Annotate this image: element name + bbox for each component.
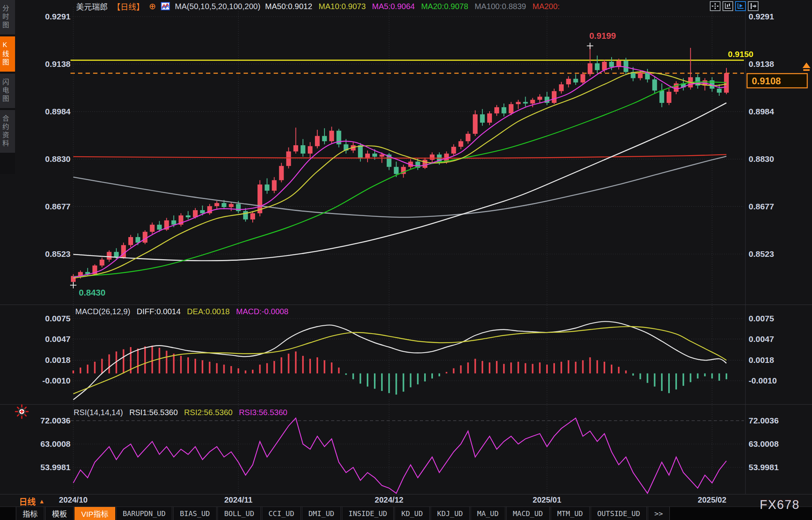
price-tick-left: 0.8830 bbox=[45, 154, 71, 163]
tab-BARUPDN_UD[interactable]: BARUPDN_UD bbox=[116, 507, 172, 520]
price-tick-right: 63.0008 bbox=[749, 439, 779, 448]
bottom-tab-bar: 指标模板VIP指标BARUPDN_UDBIAS_UDBOLL_UDCCI_UDD… bbox=[0, 507, 812, 520]
sidebar-item-合约资料[interactable]: 合约资料 bbox=[0, 110, 15, 153]
price-tick-right: 0.8523 bbox=[749, 249, 774, 258]
tab-INSIDE_UD[interactable]: INSIDE_UD bbox=[342, 507, 394, 520]
tab-BIAS_UD[interactable]: BIAS_UD bbox=[173, 507, 217, 520]
ma-line-MA200 bbox=[73, 154, 726, 158]
price-tick-left: 0.8984 bbox=[45, 107, 71, 116]
tab-VIP指标[interactable]: VIP指标 bbox=[74, 507, 115, 520]
price-tick-left: 0.0075 bbox=[45, 314, 71, 323]
ma-line-MA20 bbox=[73, 82, 726, 277]
ma-value: MA20:0.9078 bbox=[421, 2, 468, 11]
price-tick-right: 0.9291 bbox=[749, 12, 774, 21]
rsi-header: RSI(14,14,14) RSI1:56.5360RSI2:56.5360RS… bbox=[74, 408, 288, 417]
price-tick-left: 0.0047 bbox=[45, 334, 71, 344]
tab-MTM_UD[interactable]: MTM_UD bbox=[551, 507, 590, 520]
price-tick-right: 0.8984 bbox=[749, 107, 774, 116]
tab-KD_UD[interactable]: KD_UD bbox=[395, 507, 429, 520]
period-tag: 【日线】 bbox=[112, 1, 144, 12]
macd-value: DIFF:0.0014 bbox=[137, 307, 181, 316]
macd-header: MACD(26,12,9) DIFF:0.0014DEA:0.0018MACD:… bbox=[75, 307, 288, 316]
price-tick-left: 53.9981 bbox=[40, 463, 71, 472]
tab-MA_UD[interactable]: MA_UD bbox=[471, 507, 505, 520]
chart-toolbar bbox=[710, 1, 759, 11]
tab-指标[interactable]: 指标 bbox=[16, 507, 44, 520]
axis-play-icon[interactable] bbox=[735, 1, 746, 11]
price-tick-left: 0.0018 bbox=[45, 355, 71, 364]
tab-OUTSIDE_UD[interactable]: OUTSIDE_UD bbox=[591, 507, 647, 520]
rsi-value: RSI1:56.5360 bbox=[130, 408, 178, 417]
price-tick-left: 0.9138 bbox=[45, 59, 71, 68]
annotation-0.9199: 0.9199 bbox=[587, 31, 616, 49]
tab-CCI_UD[interactable]: CCI_UD bbox=[262, 507, 301, 520]
price-tick-left: 0.8523 bbox=[45, 249, 71, 258]
date-label-2025/01: 2025/01 bbox=[533, 495, 561, 505]
period-selector[interactable]: 日线 ▲ bbox=[19, 495, 45, 507]
chart-application: 0.92910.92910.91380.91380.89840.89840.88… bbox=[0, 0, 812, 520]
ma-lines bbox=[73, 66, 726, 278]
macd-histogram bbox=[72, 345, 727, 395]
macd-title: MACD(26,12,9) bbox=[75, 307, 130, 316]
ma-value: MA50:0.9012 bbox=[265, 2, 312, 11]
tab-DMI_UD[interactable]: DMI_UD bbox=[302, 507, 341, 520]
date-label-2025/02: 2025/02 bbox=[698, 495, 726, 505]
tab-模板[interactable]: 模板 bbox=[45, 507, 74, 520]
ma-value: MA10:0.9073 bbox=[318, 2, 366, 11]
macd-value: DEA:0.0018 bbox=[187, 307, 230, 316]
ma-value: MA200: bbox=[532, 2, 560, 11]
pane-shift-icon[interactable] bbox=[748, 1, 759, 11]
rsi-line bbox=[73, 418, 726, 493]
svg-text:0.9199: 0.9199 bbox=[589, 31, 616, 41]
tab-KDJ_UD[interactable]: KDJ_UD bbox=[431, 507, 470, 520]
annotation-0.8430: 0.8430 bbox=[70, 282, 105, 298]
price-tick-left: 0.8677 bbox=[45, 202, 71, 211]
tab->>[interactable]: >> bbox=[648, 507, 670, 520]
horizontal-gridlines bbox=[71, 17, 744, 467]
crosshair-icon[interactable] bbox=[710, 1, 721, 11]
ma-values: MA50:0.9012MA10:0.9073MA5:0.9064MA20:0.9… bbox=[265, 2, 560, 11]
rsi-value: RSI3:56.5360 bbox=[239, 408, 287, 417]
date-label-2024/10: 2024/10 bbox=[59, 495, 88, 505]
date-label-2024/12: 2024/12 bbox=[375, 495, 403, 505]
price-tick-right: 53.9981 bbox=[749, 463, 779, 472]
tab-MACD_UD[interactable]: MACD_UD bbox=[506, 507, 550, 520]
candlestick-series bbox=[71, 45, 729, 283]
price-tick-right: -0.0010 bbox=[749, 376, 777, 385]
level-label: 0.9150 bbox=[728, 49, 753, 59]
ma-value: MA5:0.9064 bbox=[372, 2, 415, 11]
price-tick-right: 0.8677 bbox=[749, 202, 774, 211]
price-tick-left: -0.0010 bbox=[42, 376, 71, 385]
date-label-2024/11: 2024/11 bbox=[224, 495, 252, 505]
circle-plus-icon[interactable]: ⊕ bbox=[149, 2, 156, 11]
svg-text:0.9108: 0.9108 bbox=[752, 76, 781, 86]
tab-BOLL_UD[interactable]: BOLL_UD bbox=[217, 507, 261, 520]
price-tick-left: 72.0036 bbox=[40, 416, 71, 425]
symbol-name: 美元瑞郎 bbox=[76, 1, 108, 12]
mini-chart-icon bbox=[161, 2, 170, 11]
axis-candle-icon[interactable] bbox=[722, 1, 733, 11]
sidebar-item-闪电图[interactable]: 闪电图 bbox=[0, 74, 15, 108]
ma-line-MA100 bbox=[73, 156, 726, 217]
price-tick-left: 63.0008 bbox=[40, 439, 71, 448]
ma-value: MA100:0.8839 bbox=[475, 2, 526, 11]
chart-header: 美元瑞郎 【日线】 ⊕ MA(50,10,5,20,100,200) MA50:… bbox=[76, 1, 560, 11]
red-dot-icon[interactable] bbox=[14, 404, 29, 421]
chart-canvas[interactable]: 0.92910.92910.91380.91380.89840.89840.88… bbox=[0, 0, 812, 520]
sidebar-item-分时图[interactable]: 分时图 bbox=[0, 0, 15, 34]
macd-value: MACD:-0.0008 bbox=[236, 307, 288, 316]
price-tick-right: 72.0036 bbox=[749, 416, 779, 425]
price-tick-right: 0.9138 bbox=[749, 59, 774, 68]
ma-group-label: MA(50,10,5,20,100,200) bbox=[175, 2, 261, 11]
period-label: 日线 bbox=[19, 495, 36, 507]
price-tick-right: 0.0018 bbox=[749, 355, 774, 364]
svg-text:0.8430: 0.8430 bbox=[79, 288, 105, 298]
price-tick-right: 0.8830 bbox=[749, 154, 774, 163]
price-tick-right: 0.0075 bbox=[749, 314, 774, 323]
price-tick-right: 0.0047 bbox=[749, 334, 774, 344]
macd-line-DIFF bbox=[73, 321, 726, 400]
rsi-title: RSI(14,14,14) bbox=[74, 408, 123, 417]
price-tick-left: 0.9291 bbox=[45, 12, 71, 21]
chart-type-sidebar: 分时图K线图闪电图合约资料 bbox=[0, 0, 15, 174]
sidebar-item-K线图[interactable]: K线图 bbox=[0, 36, 15, 72]
